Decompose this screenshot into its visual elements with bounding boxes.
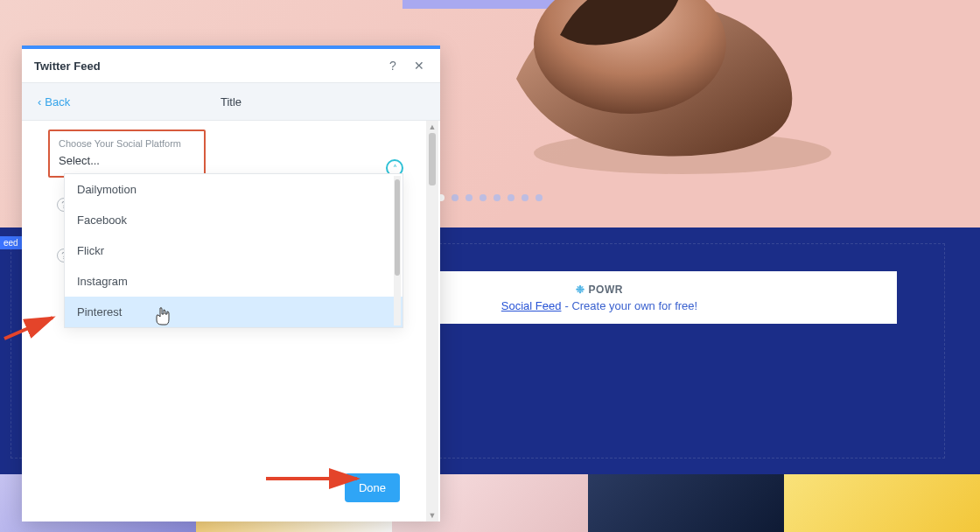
back-button[interactable]: ‹ Back — [38, 95, 70, 108]
platform-dropdown: Dailymotion Facebook Flickr Instagram Pi… — [64, 173, 403, 328]
powr-tagline-tail: - Create your own for free! — [564, 299, 697, 312]
powr-brand-text: POWR — [589, 284, 623, 296]
carousel-dot[interactable] — [522, 194, 528, 201]
dropdown-scrollbar[interactable] — [394, 176, 401, 326]
panel-titlebar: Twitter Feed ? ✕ — [22, 49, 440, 82]
select-value: Select... — [59, 154, 195, 167]
platform-option-flickr[interactable]: Flickr — [65, 235, 402, 266]
powr-social-feed-link[interactable]: Social Feed — [501, 299, 562, 312]
platform-option-facebook[interactable]: Facebook — [65, 205, 402, 235]
scrollbar-thumb[interactable] — [429, 133, 436, 186]
powr-tagline: Social Feed - Create your own for free! — [501, 299, 697, 312]
carousel-dot[interactable] — [494, 194, 500, 201]
platform-option-pinterest[interactable]: Pinterest — [65, 297, 402, 327]
panel-body: Choose Your Social Platform Select... ˄ … — [22, 121, 440, 522]
carousel-pagination[interactable] — [438, 194, 542, 201]
done-button[interactable]: Done — [345, 473, 400, 502]
bust-illustration — [464, 0, 831, 184]
platform-option-instagram[interactable]: Instagram — [65, 266, 402, 297]
scroll-down-arrow-icon[interactable]: ▼ — [429, 509, 437, 522]
feed-section-tag: eed — [0, 236, 24, 249]
chevron-left-icon: ‹ — [38, 95, 41, 108]
carousel-dot[interactable] — [508, 194, 514, 201]
select-label: Choose Your Social Platform — [59, 138, 195, 149]
panel-title: Twitter Feed — [34, 60, 375, 73]
hero-sculpture-image — [464, 0, 831, 184]
carousel-dot[interactable] — [452, 194, 458, 201]
carousel-dot[interactable] — [536, 194, 542, 201]
gallery-tile — [588, 474, 784, 532]
dropdown-scrollbar-thumb[interactable] — [395, 179, 400, 276]
section-title: Title — [22, 95, 440, 108]
carousel-dot[interactable] — [480, 194, 486, 201]
carousel-dot[interactable] — [466, 194, 472, 201]
social-platform-select[interactable]: Choose Your Social Platform Select... — [48, 130, 206, 178]
help-icon[interactable]: ? — [384, 57, 402, 74]
panel-breadcrumb: ‹ Back Title — [22, 82, 440, 121]
gallery-tile — [784, 474, 980, 532]
back-label: Back — [45, 95, 70, 108]
panel-scrollbar[interactable]: ▲ ▼ — [426, 121, 438, 522]
powr-brand: ❉ POWR — [576, 284, 623, 296]
scroll-up-arrow-icon[interactable]: ▲ — [429, 121, 437, 133]
close-icon[interactable]: ✕ — [410, 57, 428, 74]
chevron-up-icon: ˄ — [393, 164, 397, 173]
twitter-feed-settings-panel: Twitter Feed ? ✕ ‹ Back Title Choose You… — [22, 46, 440, 522]
powr-logo-icon: ❉ — [576, 284, 585, 296]
platform-option-dailymotion[interactable]: Dailymotion — [65, 174, 402, 205]
